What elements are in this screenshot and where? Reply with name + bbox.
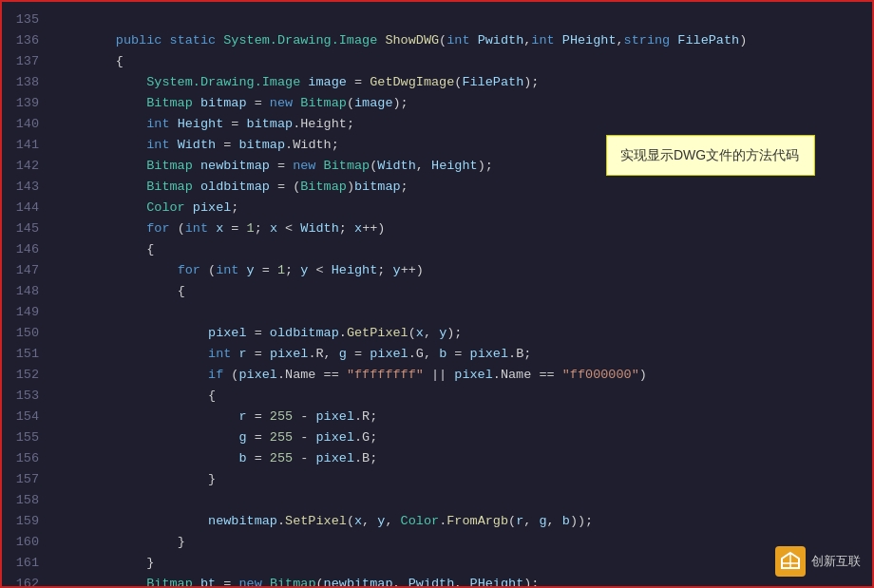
line-num-159: 159 (2, 511, 54, 532)
line-num-147: 147 (2, 260, 54, 281)
line-content-152: if (pixel.Name == "ffffffff" || pixel.Na… (54, 365, 872, 386)
line-num-136: 136 (2, 30, 54, 51)
code-line-160: 160 } (2, 532, 872, 553)
line-content-159: newbitmap.SetPixel(x, y, Color.FromArgb(… (54, 511, 872, 532)
code-line-140: 140 int Height = bitmap.Height; (2, 114, 872, 135)
line-content-143: Bitmap oldbitmap = (Bitmap)bitmap; (54, 177, 872, 198)
line-num-148: 148 (2, 281, 54, 302)
code-line-155: 155 g = 255 - pixel.G; (2, 427, 872, 448)
line-content-138: System.Drawing.Image image = GetDwgImage… (54, 72, 872, 93)
line-content-137: { (54, 51, 872, 72)
code-line-144: 144 Color pixel; (2, 198, 872, 218)
code-line-152: 152 if (pixel.Name == "ffffffff" || pixe… (2, 365, 872, 386)
line-num-158: 158 (2, 490, 54, 511)
code-line-156: 156 b = 255 - pixel.B; (2, 448, 872, 469)
line-num-145: 145 (2, 218, 54, 239)
code-line-153: 153 { (2, 386, 872, 407)
line-content-146: { (54, 239, 872, 260)
line-num-161: 161 (2, 553, 54, 574)
line-content-160: } (54, 532, 872, 553)
line-num-141: 141 (2, 135, 54, 156)
line-content-151: int r = pixel.R, g = pixel.G, b = pixel.… (54, 344, 872, 365)
code-line-162: 162 Bitmap bt = new Bitmap(newbitmap, Pw… (2, 574, 872, 588)
line-content-156: b = 255 - pixel.B; (54, 448, 872, 469)
line-num-155: 155 (2, 427, 54, 448)
code-line-137: 137 { (2, 51, 872, 72)
line-num-149: 149 (2, 302, 54, 323)
line-num-157: 157 (2, 469, 54, 490)
code-line-149: 149 (2, 302, 872, 323)
line-content-162: Bitmap bt = new Bitmap(newbitmap, Pwidth… (54, 574, 872, 588)
line-num-146: 146 (2, 239, 54, 260)
code-lines: 135 136 public static System.Drawing.Ima… (2, 2, 872, 588)
line-content-145: for (int x = 1; x < Width; x++) (54, 218, 872, 239)
line-content-139: Bitmap bitmap = new Bitmap(image); (54, 93, 872, 114)
brand-name: 创新互联 (811, 553, 861, 570)
line-num-140: 140 (2, 114, 54, 135)
brand-logo-icon (780, 551, 801, 572)
line-content-150: pixel = oldbitmap.GetPixel(x, y); (54, 323, 872, 344)
line-num-144: 144 (2, 198, 54, 218)
line-content-155: g = 255 - pixel.G; (54, 427, 872, 448)
code-line-147: 147 for (int y = 1; y < Height; y++) (2, 260, 872, 281)
line-num-139: 139 (2, 93, 54, 114)
code-line-143: 143 Bitmap oldbitmap = (Bitmap)bitmap; (2, 177, 872, 198)
brand-logo (775, 546, 806, 577)
line-num-162: 162 (2, 574, 54, 588)
line-content-154: r = 255 - pixel.R; (54, 407, 872, 427)
code-line-158: 158 (2, 490, 872, 511)
code-line-135: 135 (2, 9, 872, 30)
line-content-161: } (54, 553, 872, 574)
code-line-161: 161 } (2, 553, 872, 574)
annotation-tooltip: 实现显示DWG文件的方法代码 (606, 135, 815, 176)
code-line-159: 159 newbitmap.SetPixel(x, y, Color.FromA… (2, 511, 872, 532)
code-line-150: 150 pixel = oldbitmap.GetPixel(x, y); (2, 323, 872, 344)
line-content-157: } (54, 469, 872, 490)
line-content-153: { (54, 386, 872, 407)
code-line-157: 157 } (2, 469, 872, 490)
line-content-140: int Height = bitmap.Height; (54, 114, 872, 135)
line-num-142: 142 (2, 156, 54, 177)
line-content-136: public static System.Drawing.Image ShowD… (54, 30, 872, 51)
line-content-144: Color pixel; (54, 198, 872, 218)
code-line-139: 139 Bitmap bitmap = new Bitmap(image); (2, 93, 872, 114)
code-line-148: 148 { (2, 281, 872, 302)
code-line-145: 145 for (int x = 1; x < Width; x++) (2, 218, 872, 239)
code-line-151: 151 int r = pixel.R, g = pixel.G, b = pi… (2, 344, 872, 365)
line-num-138: 138 (2, 72, 54, 93)
line-num-154: 154 (2, 407, 54, 427)
line-num-137: 137 (2, 51, 54, 72)
code-line-146: 146 { (2, 239, 872, 260)
line-content-148: { (54, 281, 872, 302)
line-content-147: for (int y = 1; y < Height; y++) (54, 260, 872, 281)
line-num-151: 151 (2, 344, 54, 365)
line-num-156: 156 (2, 448, 54, 469)
line-num-153: 153 (2, 386, 54, 407)
line-num-160: 160 (2, 532, 54, 553)
code-line-154: 154 r = 255 - pixel.R; (2, 407, 872, 427)
line-num-150: 150 (2, 323, 54, 344)
line-num-143: 143 (2, 177, 54, 198)
watermark: 创新互联 (775, 546, 861, 577)
line-num-135: 135 (2, 9, 54, 30)
code-editor: 135 136 public static System.Drawing.Ima… (0, 0, 874, 588)
line-num-152: 152 (2, 365, 54, 386)
code-line-138: 138 System.Drawing.Image image = GetDwgI… (2, 72, 872, 93)
tooltip-text: 实现显示DWG文件的方法代码 (620, 147, 799, 162)
code-line-136: 136 public static System.Drawing.Image S… (2, 30, 872, 51)
